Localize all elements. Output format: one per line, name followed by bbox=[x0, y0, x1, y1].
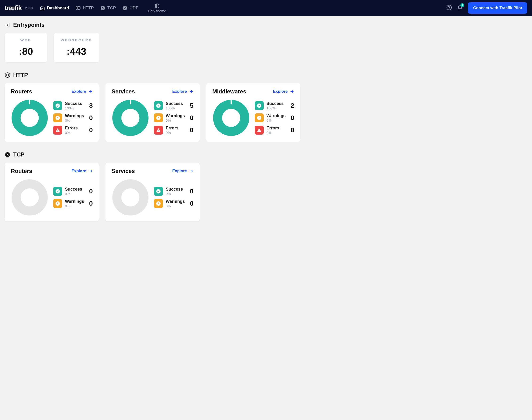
legend-count: 0 bbox=[188, 126, 194, 134]
tcp-section: TCP Routers Explore Success0% 0 Warnings… bbox=[5, 151, 527, 221]
legend-label: Warnings bbox=[166, 199, 185, 204]
legend-success: Success100% 2 bbox=[255, 101, 294, 110]
tcp-cards: Routers Explore Success0% 0 Warnings0% 0… bbox=[5, 163, 527, 221]
notifications-button[interactable]: 1 bbox=[457, 5, 463, 11]
entrypoint-card[interactable]: WEB :80 bbox=[5, 33, 47, 62]
legend-count: 0 bbox=[87, 114, 93, 122]
legend-pct: 0% bbox=[166, 131, 185, 135]
error-icon bbox=[53, 126, 62, 135]
svg-point-12 bbox=[217, 104, 244, 131]
arrow-right-icon bbox=[189, 89, 194, 94]
donut-chart bbox=[112, 179, 149, 216]
help-icon bbox=[446, 5, 452, 10]
entrypoint-port: :443 bbox=[61, 46, 92, 57]
nav-dashboard[interactable]: Dashboard bbox=[40, 5, 69, 11]
home-icon bbox=[40, 5, 45, 11]
tcp-icon bbox=[5, 152, 10, 157]
legend-pct: 0% bbox=[266, 118, 286, 122]
check-icon bbox=[255, 101, 264, 110]
legend-pct: 0% bbox=[166, 118, 185, 122]
globe-icon bbox=[76, 5, 81, 11]
help-button[interactable] bbox=[446, 5, 452, 11]
legend-warnings: Warnings0% 0 bbox=[154, 113, 194, 122]
section-title-text: HTTP bbox=[13, 72, 28, 78]
explore-label: Explore bbox=[72, 89, 86, 94]
legend-count: 0 bbox=[87, 200, 93, 207]
legend-count: 5 bbox=[188, 102, 194, 109]
card-title: Routers bbox=[11, 88, 32, 95]
card-title: Middlewares bbox=[212, 88, 246, 95]
nav-label: HTTP bbox=[83, 6, 94, 11]
section-title-text: TCP bbox=[13, 151, 25, 158]
legend-label: Errors bbox=[65, 126, 84, 131]
nav-label: UDP bbox=[129, 6, 138, 11]
stat-card: Services Explore Success100% 5 Warnings0… bbox=[106, 83, 200, 142]
stat-card: Routers Explore Success100% 3 Warnings0%… bbox=[5, 83, 99, 142]
entrypoint-name: WEB bbox=[12, 38, 40, 42]
explore-link[interactable]: Explore bbox=[72, 169, 93, 173]
legend-pct: 100% bbox=[65, 106, 84, 110]
udp-icon bbox=[122, 5, 128, 11]
svg-point-6 bbox=[16, 104, 43, 131]
legend-label: Warnings bbox=[65, 113, 84, 118]
check-icon bbox=[154, 101, 163, 110]
explore-label: Explore bbox=[172, 169, 187, 173]
nav-http[interactable]: HTTP bbox=[76, 5, 94, 11]
legend-label: Errors bbox=[166, 126, 185, 131]
legend-label: Success bbox=[166, 187, 185, 192]
legend-success: Success100% 5 bbox=[154, 101, 194, 110]
legend: Success100% 3 Warnings0% 0 Errors0% 0 bbox=[53, 101, 93, 135]
warning-icon bbox=[53, 199, 62, 208]
content: Entrypoints WEB :80WEBSECURE :443 HTTP R… bbox=[0, 16, 532, 237]
legend-pct: 0% bbox=[266, 131, 286, 135]
legend-errors: Errors0% 0 bbox=[53, 126, 93, 135]
stat-card: Services Explore Success0% 0 Warnings0% … bbox=[106, 163, 200, 221]
legend-warnings: Warnings0% 0 bbox=[154, 199, 194, 208]
legend-pct: 0% bbox=[65, 192, 84, 196]
main-nav: Dashboard HTTP TCP UDP bbox=[40, 5, 138, 11]
check-icon bbox=[53, 187, 62, 196]
connect-pilot-button[interactable]: Connect with Traefik Pilot bbox=[468, 2, 527, 14]
legend-label: Warnings bbox=[266, 113, 286, 118]
arrow-right-icon bbox=[88, 169, 93, 173]
legend-count: 0 bbox=[289, 114, 294, 122]
legend: Success0% 0 Warnings0% 0 bbox=[53, 187, 93, 208]
donut-chart bbox=[112, 99, 149, 137]
legend-errors: Errors0% 0 bbox=[255, 126, 294, 135]
legend-label: Warnings bbox=[65, 199, 84, 204]
nav-udp[interactable]: UDP bbox=[122, 5, 138, 11]
legend-label: Success bbox=[65, 101, 84, 106]
check-icon bbox=[53, 101, 62, 110]
entrypoint-card[interactable]: WEBSECURE :443 bbox=[54, 33, 99, 62]
legend-count: 2 bbox=[289, 102, 294, 109]
legend: Success100% 2 Warnings0% 0 Errors0% 0 bbox=[255, 101, 294, 135]
version-label: 2.4.8 bbox=[25, 6, 33, 10]
theme-toggle[interactable]: Dark theme bbox=[148, 3, 166, 13]
card-title: Routers bbox=[11, 168, 32, 174]
legend-success: Success100% 3 bbox=[53, 101, 93, 110]
section-title-text: Entrypoints bbox=[13, 22, 45, 28]
arrow-right-icon bbox=[88, 89, 93, 94]
legend-success: Success0% 0 bbox=[154, 187, 194, 196]
explore-link[interactable]: Explore bbox=[72, 89, 93, 94]
explore-link[interactable]: Explore bbox=[273, 89, 294, 94]
legend-label: Errors bbox=[266, 126, 286, 131]
entrypoints-section: Entrypoints WEB :80WEBSECURE :443 bbox=[5, 22, 527, 62]
explore-link[interactable]: Explore bbox=[172, 169, 194, 173]
explore-link[interactable]: Explore bbox=[172, 89, 194, 94]
explore-label: Explore bbox=[72, 169, 86, 173]
explore-label: Explore bbox=[172, 89, 187, 94]
donut-chart bbox=[11, 179, 48, 216]
legend: Success0% 0 Warnings0% 0 bbox=[154, 187, 194, 208]
nav-tcp[interactable]: TCP bbox=[100, 5, 116, 11]
warning-icon bbox=[255, 113, 264, 122]
legend-pct: 0% bbox=[65, 131, 84, 135]
svg-point-9 bbox=[117, 104, 144, 131]
svg-point-16 bbox=[16, 184, 43, 211]
error-icon bbox=[255, 126, 264, 135]
http-cards: Routers Explore Success100% 3 Warnings0%… bbox=[5, 83, 527, 142]
legend-count: 0 bbox=[188, 114, 194, 122]
legend-label: Warnings bbox=[166, 113, 185, 118]
arrow-right-icon bbox=[289, 89, 294, 94]
contrast-icon bbox=[154, 3, 160, 8]
